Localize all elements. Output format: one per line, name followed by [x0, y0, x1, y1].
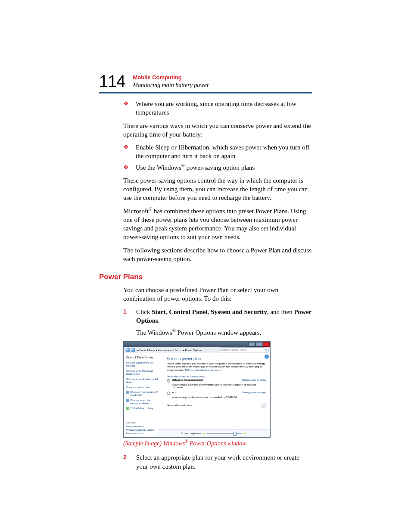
radio-eco[interactable]	[167, 392, 170, 395]
step-text: Select an appropriate plan for your work…	[136, 453, 312, 471]
brightness-footer: Screen brightness: ☼ ☀	[157, 429, 270, 437]
intro-bullet-list: ❖ Where you are working, since operating…	[123, 100, 312, 117]
plan-name: Balanced (recommended)	[172, 379, 203, 381]
chapter-title: Mobile Computing	[133, 74, 209, 81]
step-sub-text: The Windows® Power Options window appear…	[136, 328, 312, 337]
step-number: 1	[123, 308, 136, 316]
paragraph: You can choose a predefined Power Plan o…	[123, 286, 312, 303]
bullet-icon: ❖	[123, 143, 129, 152]
screenshot-figure: ▸ Control Panel ▸ Hardware and Sound ▸ P…	[123, 341, 271, 438]
sun-bright-icon: ☀	[243, 432, 246, 436]
sidebar-link[interactable]: Choose what the power button does	[126, 370, 160, 376]
steps-list: 1 Click Start, Control Panel, System and…	[123, 308, 312, 325]
conserve-bullet-list: ❖ Enable Sleep or Hibernation, which sav…	[123, 143, 312, 172]
sidebar-link[interactable]: Change when the computer sleeps	[126, 399, 160, 405]
step-number: 2	[123, 453, 136, 462]
bullet-text: Use the Windows® power-saving option pla…	[136, 163, 255, 172]
page-header: 114 Mobile Computing Monitoring main bat…	[99, 73, 312, 90]
sidebar-home[interactable]: Control Panel Home	[126, 356, 160, 359]
sidebar-link[interactable]: Personalization	[126, 425, 160, 428]
search-input[interactable]: Search Control Panel	[221, 347, 264, 352]
plan-name: eco	[172, 391, 176, 394]
sidebar-link[interactable]: Choose when to turn off the display	[126, 391, 160, 397]
sidebar-link[interactable]: Require a password on wakeup	[126, 361, 160, 367]
power-plans-heading: Power Plans	[99, 273, 312, 281]
radio-balanced[interactable]	[167, 379, 170, 383]
brightness-label: Screen brightness:	[181, 432, 202, 435]
display-icon	[126, 391, 129, 394]
change-plan-link[interactable]: Change plan settings	[242, 379, 266, 381]
steps-list-continued: 2 Select an appropriate plan for your wo…	[123, 453, 312, 471]
tell-me-more-link[interactable]: Tell me more about power plans	[185, 369, 221, 371]
main-panel: Select a power plan Power plans can help…	[162, 353, 270, 437]
bullet-icon: ❖	[123, 100, 129, 108]
breadcrumb[interactable]: ▸ Control Panel ▸ Hardware and Sound ▸ P…	[137, 348, 202, 352]
sidebar-link[interactable]: TOSHIBA eco Utility	[126, 407, 160, 410]
panel-title: Select a power plan	[167, 357, 266, 361]
show-additional-plans[interactable]: Show additional plans ⌄	[167, 403, 266, 408]
sidebar-link[interactable]: Choose what closing the lid does	[126, 378, 160, 384]
section-title: Monitoring main battery power	[133, 82, 209, 89]
figure-caption: (Sample Image) Windows® Power Options wi…	[123, 440, 312, 447]
search-icon[interactable]: 🔍	[264, 348, 268, 352]
paragraph: The following sections describe how to c…	[123, 246, 312, 264]
minimize-button[interactable]	[248, 342, 255, 347]
plan-description: saves energy by the settings recommended…	[172, 396, 266, 398]
sleep-icon	[126, 399, 129, 402]
slider-thumb[interactable]	[233, 432, 237, 436]
eco-icon	[126, 407, 129, 410]
brightness-slider[interactable]	[207, 433, 242, 434]
sidebar-link[interactable]: Windows Mobility Center	[126, 429, 160, 431]
nav-forward-icon[interactable]	[131, 348, 135, 352]
header-rule	[99, 92, 312, 93]
sidebar-link[interactable]: User Accounts	[126, 432, 160, 435]
bullet-icon: ❖	[123, 163, 129, 172]
sidebar-link[interactable]: Create a power plan	[126, 386, 160, 389]
sidebar: Control Panel Home Require a password on…	[124, 353, 162, 437]
page-number: 114	[99, 73, 125, 90]
chevron-down-icon[interactable]: ⌄	[261, 403, 266, 408]
panel-description: Power plans can help you maximize your c…	[167, 362, 266, 372]
change-plan-link[interactable]: Change plan settings	[242, 391, 266, 394]
bullet-text: Where you are working, since operating t…	[136, 100, 312, 117]
close-button[interactable]	[263, 342, 270, 347]
paragraph: There are various ways in which you can …	[123, 121, 312, 139]
paragraph: Microsoft® has combined these options in…	[123, 207, 312, 242]
see-also-label: See also	[126, 421, 160, 424]
step-text: Click Start, Control Panel, System and S…	[136, 308, 312, 325]
titlebar	[124, 342, 270, 347]
plans-shown-label: Plans shown on the battery meter	[167, 375, 266, 378]
nav-bar: ▸ Control Panel ▸ Hardware and Sound ▸ P…	[124, 347, 270, 353]
nav-back-icon[interactable]	[125, 348, 130, 352]
sun-dim-icon: ☼	[202, 432, 206, 436]
plan-description: Automatically balances performance with …	[172, 383, 266, 389]
maximize-button[interactable]	[255, 342, 262, 347]
window-frame: ▸ Control Panel ▸ Hardware and Sound ▸ P…	[123, 341, 271, 438]
paragraph: These power-saving options control the w…	[123, 176, 312, 202]
bullet-text: Enable Sleep or Hibernation, which saves…	[136, 143, 312, 161]
